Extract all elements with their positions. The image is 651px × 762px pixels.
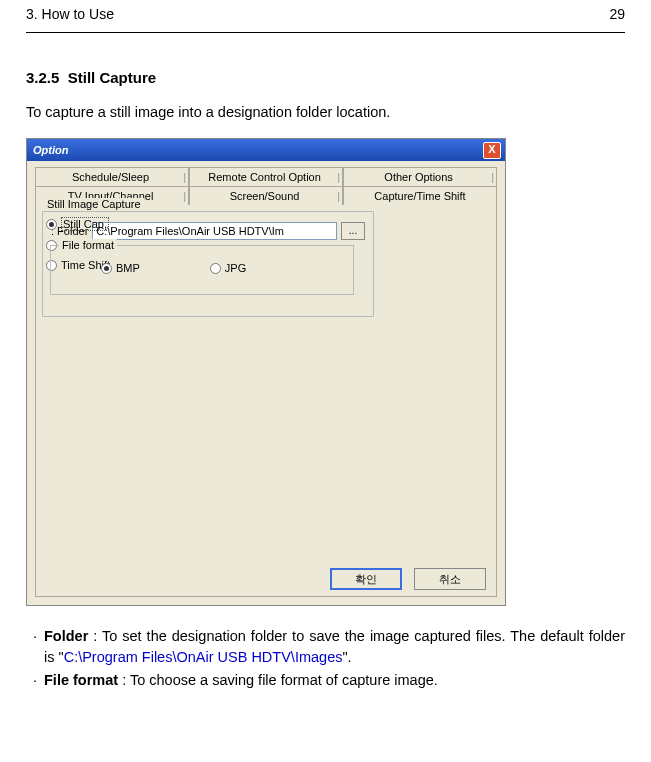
browse-button[interactable]: ... [341, 222, 365, 240]
chapter-label: 3. How to Use [26, 6, 114, 22]
cancel-button[interactable]: 취소 [414, 568, 486, 590]
tab-schedule-sleep[interactable]: Schedule/Sleep| [35, 167, 189, 186]
tab-capture-timeshift[interactable]: Capture/Time Shift [343, 186, 497, 205]
radio-bmp[interactable]: BMP [101, 262, 140, 274]
dialog-title: Option [33, 144, 68, 156]
radio-label-jpg: JPG [225, 262, 246, 274]
file-format-group: File format BMP JPG [50, 245, 354, 295]
radio-icon [46, 219, 57, 230]
description-list: · Folder : To set the designation folder… [26, 626, 625, 691]
tab-remote-control[interactable]: Remote Control Option| [189, 167, 343, 186]
dialog-buttons: 확인 취소 [330, 568, 486, 590]
option-dialog: Option X Schedule/Sleep| Remote Control … [26, 138, 506, 606]
radio-icon [210, 263, 221, 274]
radio-icon [101, 263, 112, 274]
radio-jpg[interactable]: JPG [210, 262, 246, 274]
close-button[interactable]: X [483, 142, 501, 159]
titlebar: Option X [27, 139, 505, 161]
tab-panel: Still Cap, Video Cap, Time Shift Still I… [35, 205, 497, 597]
section-title: 3.2.5 Still Capture [26, 69, 625, 86]
group-legend: Still Image Capture [44, 198, 144, 210]
group-legend: File format [59, 239, 117, 251]
radio-label-bmp: BMP [116, 262, 140, 274]
page-number: 29 [609, 6, 625, 22]
bullet-icon: · [26, 670, 44, 691]
tab-other-options[interactable]: Other Options| [343, 167, 497, 186]
bullet-icon: · [26, 626, 44, 668]
page-header: 3. How to Use 29 [26, 0, 625, 33]
desc-folder: Folder : To set the designation folder t… [44, 626, 625, 668]
radio-label-still: Still Cap, [61, 217, 109, 231]
tab-screen-sound[interactable]: Screen/Sound| [189, 186, 343, 205]
section-intro: To capture a still image into a designat… [26, 104, 625, 120]
ok-button[interactable]: 확인 [330, 568, 402, 590]
desc-fileformat: File format : To choose a saving file fo… [44, 670, 625, 691]
radio-still-cap[interactable]: Still Cap, [46, 217, 144, 231]
